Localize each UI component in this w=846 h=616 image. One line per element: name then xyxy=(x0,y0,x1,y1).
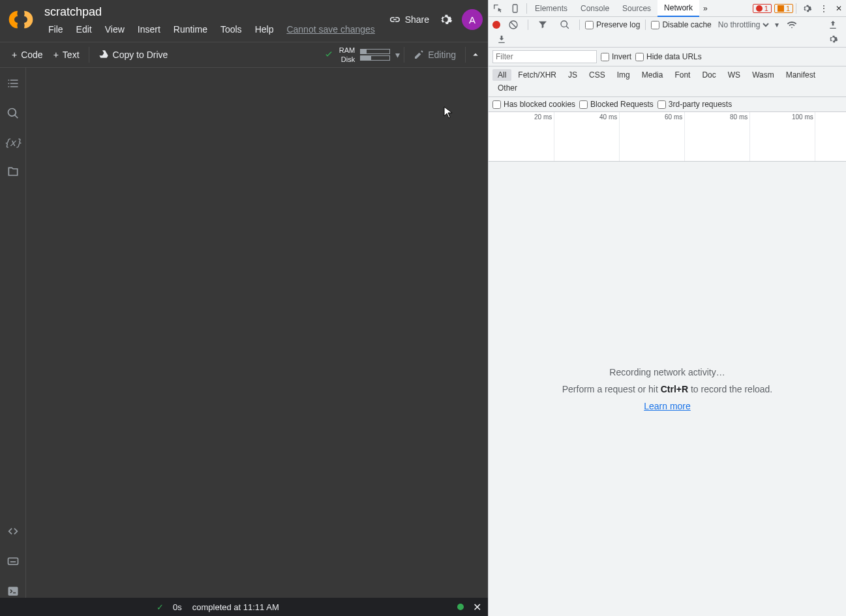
svg-rect-1 xyxy=(8,587,18,595)
tick: 100 ms xyxy=(792,113,813,121)
tab-network[interactable]: Network xyxy=(657,0,699,17)
colab-logo[interactable] xyxy=(8,7,34,33)
chip-css[interactable]: CSS xyxy=(584,69,611,81)
status-message: completed at 11:11 AM xyxy=(192,602,279,612)
avatar[interactable]: A xyxy=(462,9,483,30)
chip-other[interactable]: Other xyxy=(492,82,522,94)
clear-icon[interactable] xyxy=(504,20,522,30)
chip-ws[interactable]: WS xyxy=(723,69,746,81)
copy-to-drive-button[interactable]: Copy to Drive xyxy=(93,47,174,63)
empty-hint: Perform a request or hit Ctrl+R to recor… xyxy=(562,384,773,394)
preserve-log-checkbox[interactable]: Preserve log xyxy=(585,20,640,29)
kebab-icon[interactable]: ⋮ xyxy=(816,4,832,13)
resource-labels: RAMDisk xyxy=(339,46,355,65)
waterfall-timeline[interactable]: 20 ms 40 ms 60 ms 80 ms 100 ms xyxy=(489,112,846,162)
close-icon[interactable]: ✕ xyxy=(473,601,481,613)
menu-edit[interactable]: Edit xyxy=(71,22,97,37)
tick: 40 ms xyxy=(599,113,617,121)
tab-sources[interactable]: Sources xyxy=(616,1,657,16)
folder-icon[interactable] xyxy=(7,166,20,179)
tick: 80 ms xyxy=(730,113,748,121)
empty-state: Recording network activity… Perform a re… xyxy=(489,162,846,616)
tab-console[interactable]: Console xyxy=(574,1,616,16)
learn-more-link[interactable]: Learn more xyxy=(644,401,691,411)
filter-icon[interactable] xyxy=(534,20,552,30)
chip-wasm[interactable]: Wasm xyxy=(747,69,779,81)
gear-icon[interactable] xyxy=(798,3,816,14)
menu-insert[interactable]: Insert xyxy=(132,22,166,37)
search-icon[interactable] xyxy=(7,107,20,120)
error-badge[interactable]: 1 xyxy=(753,4,772,13)
chip-doc[interactable]: Doc xyxy=(697,69,721,81)
menu-runtime[interactable]: Runtime xyxy=(168,22,213,37)
chip-media[interactable]: Media xyxy=(637,69,669,81)
cannot-save-notice[interactable]: Cannot save changes xyxy=(281,22,380,37)
resource-dropdown[interactable]: ▾ xyxy=(395,50,400,60)
menu-tools[interactable]: Tools xyxy=(215,22,247,37)
upload-icon[interactable] xyxy=(824,20,842,30)
throttle-caret[interactable]: ▾ xyxy=(775,20,779,29)
close-icon[interactable]: ✕ xyxy=(832,4,846,13)
drive-icon xyxy=(98,50,109,60)
notebook-canvas[interactable] xyxy=(26,68,488,598)
wifi-icon[interactable] xyxy=(783,20,801,30)
gear-icon[interactable] xyxy=(824,34,842,44)
add-code-button[interactable]: +Code xyxy=(7,47,48,63)
menu-file[interactable]: File xyxy=(43,22,68,37)
disable-cache-checkbox[interactable]: Disable cache xyxy=(651,20,711,29)
chip-font[interactable]: Font xyxy=(669,69,695,81)
status-dot[interactable] xyxy=(457,604,464,610)
more-tabs-icon[interactable]: » xyxy=(699,4,712,13)
pencil-icon xyxy=(414,50,424,60)
check-icon: ✓ xyxy=(157,602,164,612)
document-title[interactable]: scratchpad xyxy=(43,4,388,22)
chip-img[interactable]: Img xyxy=(612,69,635,81)
svg-rect-2 xyxy=(513,5,517,12)
menu-bar: File Edit View Insert Runtime Tools Help… xyxy=(43,22,388,37)
empty-title: Recording network activity… xyxy=(609,367,725,377)
search-icon[interactable] xyxy=(556,20,574,30)
status-bar: ✓ 0s completed at 11:11 AM ✕ xyxy=(0,598,488,616)
editing-mode[interactable]: Editing xyxy=(408,47,461,63)
command-palette-icon[interactable] xyxy=(7,555,20,568)
invert-checkbox[interactable]: Invert xyxy=(601,52,631,61)
add-text-button[interactable]: +Text xyxy=(48,47,85,63)
chip-all[interactable]: All xyxy=(492,69,511,81)
device-icon[interactable] xyxy=(507,3,525,14)
tab-elements[interactable]: Elements xyxy=(528,1,574,16)
gear-icon[interactable] xyxy=(438,12,453,27)
share-label: Share xyxy=(405,14,429,25)
blocked-cookies-checkbox[interactable]: Has blocked cookies xyxy=(492,100,575,109)
share-button[interactable]: Share xyxy=(388,14,429,25)
hide-data-urls-checkbox[interactable]: Hide data URLs xyxy=(635,52,702,61)
tick: 20 ms xyxy=(534,113,552,121)
third-party-checkbox[interactable]: 3rd-party requests xyxy=(657,100,732,109)
inspect-icon[interactable] xyxy=(489,3,507,14)
type-filter-chips: All Fetch/XHR JS CSS Img Media Font Doc … xyxy=(489,66,846,97)
chip-fetch[interactable]: Fetch/XHR xyxy=(513,69,562,81)
warning-badge[interactable]: 1 xyxy=(774,4,793,13)
code-snippets-icon[interactable] xyxy=(7,525,20,538)
exec-time: 0s xyxy=(173,602,182,612)
menu-view[interactable]: View xyxy=(100,22,130,37)
ram-bar xyxy=(360,49,390,54)
toc-icon[interactable] xyxy=(7,77,20,90)
terminal-icon[interactable] xyxy=(7,585,20,598)
filter-input[interactable] xyxy=(492,50,597,63)
blocked-requests-checkbox[interactable]: Blocked Requests xyxy=(579,100,654,109)
record-button[interactable] xyxy=(492,21,500,29)
chip-js[interactable]: JS xyxy=(563,69,582,81)
download-icon[interactable] xyxy=(492,34,511,44)
link-icon xyxy=(388,14,400,25)
menu-help[interactable]: Help xyxy=(250,22,279,37)
check-icon xyxy=(324,50,334,60)
variables-icon[interactable]: {x} xyxy=(4,137,22,149)
resource-bars[interactable] xyxy=(360,49,390,61)
tick: 60 ms xyxy=(665,113,682,121)
chevron-up-icon[interactable] xyxy=(470,49,481,61)
disk-bar xyxy=(360,55,390,61)
throttling-select[interactable]: No throttling xyxy=(716,20,771,30)
chip-manifest[interactable]: Manifest xyxy=(781,69,821,81)
